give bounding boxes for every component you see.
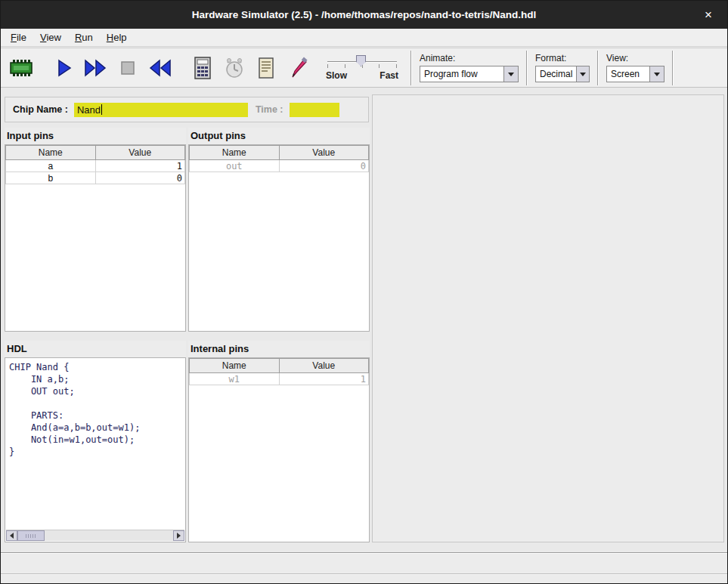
internal-pins-title: Internal pins (188, 341, 370, 357)
load-chip-button[interactable] (6, 52, 36, 84)
column-header-name: Name (6, 146, 96, 160)
calculator-button[interactable] (187, 52, 218, 84)
chip-name-bar: Chip Name : Nand Time : (5, 97, 369, 122)
chip-name-label: Chip Name : (13, 104, 68, 115)
pin-value: 1 (279, 373, 369, 385)
view-select[interactable]: Screen (606, 66, 664, 82)
rewind-icon (147, 58, 172, 78)
input-pins-panel: Input pins Name Value a 1 b 0 (5, 128, 186, 332)
scroll-right-icon[interactable] (173, 530, 184, 541)
toolbar-separator (597, 51, 599, 85)
pin-value[interactable]: 1 (95, 160, 185, 172)
table-row: b 0 (6, 172, 185, 184)
single-step-button[interactable] (49, 52, 79, 84)
time-label: Time : (256, 104, 283, 115)
calculator-icon (194, 57, 212, 79)
hardware-simulator-window: { "window": { "title": "Hardware Simulat… (0, 0, 728, 584)
chevron-down-icon[interactable] (576, 66, 589, 82)
scroll-left-icon[interactable] (6, 530, 17, 541)
chip-name-input[interactable]: Nand (74, 103, 248, 117)
format-group: Format: Decimal (535, 53, 590, 82)
column-header-value: Value (279, 146, 369, 160)
table-row: a 1 (6, 160, 185, 172)
chevron-down-icon[interactable] (503, 66, 518, 82)
table-row: out 0 (190, 160, 369, 172)
toolbar-separator (672, 51, 674, 85)
speed-slider[interactable] (326, 54, 398, 68)
clock-button[interactable] (219, 52, 249, 84)
scrollbar-track[interactable] (17, 530, 173, 541)
chip-icon (9, 60, 33, 76)
input-pins-viewport: Name Value a 1 b 0 (5, 144, 186, 332)
reset-button[interactable] (144, 52, 175, 84)
view-label: View: (606, 53, 664, 63)
breakpoints-button[interactable] (283, 52, 313, 84)
speed-slider-group: Slow Fast (326, 54, 398, 81)
output-pins-table: Name Value out 0 (189, 145, 369, 172)
chip-display-panel (372, 94, 724, 542)
column-header-value: Value (279, 359, 369, 373)
internal-pins-panel: Internal pins Name Value w1 1 (188, 341, 370, 542)
script-icon (257, 57, 275, 79)
pin-value: 0 (279, 160, 369, 172)
script-button[interactable] (251, 52, 281, 84)
menu-run[interactable]: Run (68, 29, 100, 45)
column-header-value: Value (95, 146, 185, 160)
column-header-name: Name (190, 359, 280, 373)
hdl-viewport: CHIP Nand { IN a,b; OUT out; PARTS: And(… (5, 357, 186, 542)
hdl-panel: HDL CHIP Nand { IN a,b; OUT out; PARTS: … (5, 341, 186, 542)
column-header-name: Name (190, 146, 280, 160)
hdl-title: HDL (5, 341, 186, 357)
hdl-horizontal-scrollbar[interactable] (6, 530, 184, 541)
slider-label-fast: Fast (379, 70, 398, 81)
view-group: View: Screen (606, 53, 664, 82)
window-title: Hardware Simulator (2.5) - /home/thomas/… (192, 9, 536, 20)
input-pins-table: Name Value a 1 b 0 (5, 145, 185, 184)
scrollbar-thumb[interactable] (17, 530, 45, 541)
input-pins-title: Input pins (5, 128, 186, 144)
pin-name: b (6, 172, 96, 184)
stop-icon (120, 60, 135, 76)
animate-label: Animate: (420, 53, 519, 63)
run-button[interactable] (81, 52, 111, 84)
animate-group: Animate: Program flow (420, 53, 519, 82)
title-bar: Hardware Simulator (2.5) - /home/thomas/… (1, 1, 727, 29)
close-button[interactable]: × (700, 7, 717, 23)
pin-name: out (190, 160, 280, 172)
menu-help[interactable]: Help (100, 29, 134, 45)
pin-value[interactable]: 0 (95, 172, 185, 184)
menu-file[interactable]: File (4, 29, 33, 45)
hdl-code: CHIP Nand { IN a,b; OUT out; PARTS: And(… (6, 359, 184, 530)
text-caret (101, 104, 102, 115)
output-pins-panel: Output pins Name Value out 0 (188, 128, 370, 332)
toolbar-separator (410, 51, 412, 85)
menu-view[interactable]: View (33, 29, 68, 45)
fast-forward-icon (83, 58, 109, 78)
format-label: Format: (535, 53, 590, 63)
internal-pins-table: Name Value w1 1 (189, 358, 369, 385)
single-step-icon (54, 58, 74, 78)
toolbar-separator (526, 51, 528, 85)
format-select[interactable]: Decimal (535, 66, 590, 82)
clock-icon (224, 57, 245, 79)
pin-name: a (6, 160, 96, 172)
pen-icon (288, 57, 308, 79)
chevron-down-icon[interactable] (649, 66, 664, 82)
pin-name: w1 (190, 373, 280, 385)
status-divider (1, 573, 727, 575)
time-field (290, 103, 339, 117)
output-pins-title: Output pins (188, 128, 370, 144)
animate-select[interactable]: Program flow (420, 66, 519, 82)
internal-pins-viewport: Name Value w1 1 (188, 357, 370, 542)
stop-button[interactable] (113, 52, 143, 84)
output-pins-viewport: Name Value out 0 (188, 144, 370, 332)
status-bar (1, 552, 727, 584)
menu-bar: File View Run Help (1, 29, 727, 47)
table-row: w1 1 (190, 373, 369, 385)
toolbar: Slow Fast Animate: Program flow Format: … (1, 48, 727, 88)
slider-label-slow: Slow (326, 70, 347, 81)
